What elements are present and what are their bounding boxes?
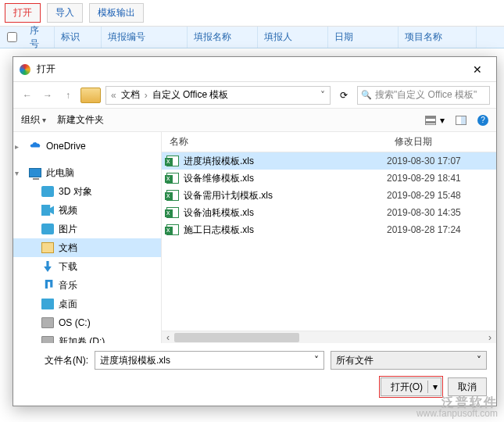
tree-node[interactable]: ▾此电脑 <box>13 163 161 182</box>
file-date: 2019-08-29 15:48 <box>387 190 496 201</box>
tree-label: 音乐 <box>59 279 77 292</box>
file-col-date[interactable]: 修改日期 <box>387 135 496 148</box>
tree-node[interactable]: ▸OneDrive <box>13 137 161 156</box>
ti-vid-icon <box>41 205 54 216</box>
organize-button[interactable]: 组织 <box>21 113 46 127</box>
filename-input[interactable]: 进度填报模板.xls ˅ <box>95 351 324 370</box>
tree-label: 下载 <box>59 260 77 274</box>
tree-label: OneDrive <box>46 141 86 152</box>
nav-back-icon[interactable]: ← <box>20 88 35 103</box>
refresh-icon[interactable]: ⟳ <box>335 87 352 104</box>
tree-node[interactable]: 下载 <box>13 257 161 276</box>
file-date: 2019-08-30 17:07 <box>387 156 496 166</box>
tree-node[interactable]: 音乐 <box>13 276 161 295</box>
tree-node[interactable]: 3D 对象 <box>13 182 161 201</box>
open-button-label: 打开(O) <box>391 381 423 394</box>
list-view-icon <box>425 116 436 125</box>
filename-label: 文件名(N): <box>23 354 88 367</box>
ti-drv-icon <box>41 317 54 328</box>
template-output-button[interactable]: 模板输出 <box>89 3 144 23</box>
chevron-right-icon: › <box>145 90 148 101</box>
search-placeholder: 搜索"自定义 Office 模板" <box>375 88 477 102</box>
cancel-button[interactable]: 取消 <box>448 377 487 396</box>
breadcrumb-item[interactable]: 自定义 Office 模板 <box>152 88 229 102</box>
expand-icon[interactable]: ▾ <box>15 169 24 177</box>
tree-label: 3D 对象 <box>59 185 92 198</box>
ti-desk-icon <box>41 299 54 309</box>
new-folder-button[interactable]: 新建文件夹 <box>57 113 104 127</box>
breadcrumb[interactable]: « 文档 › 自定义 Office 模板 ˅ <box>105 86 331 105</box>
tree-node[interactable]: OS (C:) <box>13 313 161 332</box>
tree-label: 此电脑 <box>46 166 74 180</box>
xls-icon <box>166 190 179 201</box>
file-row[interactable]: 设备需用计划模板.xls2019-08-29 15:48 <box>162 187 496 204</box>
scroll-left-icon[interactable]: ‹ <box>162 332 174 343</box>
file-name: 设备维修模板.xls <box>184 172 387 185</box>
ti-cloud-icon <box>29 141 41 152</box>
tree-node[interactable]: 文档 <box>13 238 161 257</box>
grid-header: 序号 标识 填报编号 填报名称 填报人 日期 项目名称 <box>0 27 504 48</box>
open-file-button[interactable]: 打开(O) ▾ <box>381 377 441 396</box>
file-name: 设备油耗模板.xls <box>184 206 387 220</box>
tree-node[interactable]: 新加卷 (D:) <box>13 332 161 343</box>
file-col-name[interactable]: 名称 <box>162 135 387 148</box>
tree-label: 文档 <box>59 241 77 255</box>
tree-label: 新加卷 (D:) <box>59 335 105 344</box>
select-all-checkbox[interactable] <box>7 32 17 42</box>
xls-icon <box>166 156 179 166</box>
col-flag[interactable]: 标识 <box>55 27 102 48</box>
nav-fwd-icon[interactable]: → <box>40 88 55 103</box>
col-person[interactable]: 填报人 <box>258 27 328 48</box>
search-icon: 🔍 <box>361 90 372 100</box>
col-seq[interactable]: 序号 <box>23 27 55 48</box>
nav-up-icon[interactable]: ↑ <box>60 88 76 103</box>
col-project[interactable]: 项目名称 <box>399 27 477 48</box>
chevron-down-icon[interactable]: ˅ <box>477 355 481 366</box>
horizontal-scrollbar[interactable]: ‹ › <box>162 331 496 343</box>
split-chevron-icon[interactable]: ▾ <box>433 381 438 392</box>
xls-icon <box>166 207 179 218</box>
ti-drv-icon <box>41 336 54 343</box>
view-mode-button[interactable]: ▾ <box>425 115 445 126</box>
ti-3d-icon <box>41 186 54 197</box>
tree-label: 图片 <box>59 223 77 236</box>
file-date: 2019-08-28 17:24 <box>387 224 496 235</box>
file-filter-select[interactable]: 所有文件 ˅ <box>331 351 487 370</box>
import-button[interactable]: 导入 <box>47 3 83 23</box>
tree-label: OS (C:) <box>59 317 91 328</box>
xls-icon <box>166 173 179 184</box>
search-input[interactable]: 🔍 搜索"自定义 Office 模板" <box>357 86 490 105</box>
file-list: 进度填报模板.xls2019-08-30 17:07设备维修模板.xls2019… <box>162 152 496 238</box>
expand-icon[interactable]: ▸ <box>15 142 24 151</box>
tree-node[interactable]: 视频 <box>13 201 161 220</box>
ti-img-icon <box>41 224 54 234</box>
tree-node[interactable]: 桌面 <box>13 295 161 313</box>
breadcrumb-item[interactable]: 文档 <box>121 88 140 102</box>
filter-value: 所有文件 <box>336 354 374 367</box>
col-name[interactable]: 填报名称 <box>188 27 258 48</box>
folder-icon <box>80 88 101 103</box>
col-date[interactable]: 日期 <box>328 27 399 48</box>
help-icon[interactable]: ? <box>477 115 488 126</box>
scroll-right-icon[interactable]: › <box>484 332 496 343</box>
file-row[interactable]: 施工日志模板.xls2019-08-28 17:24 <box>162 221 496 238</box>
file-row[interactable]: 进度填报模板.xls2019-08-30 17:07 <box>162 152 496 170</box>
breadcrumb-dropdown-icon[interactable]: ˅ <box>320 90 325 101</box>
preview-pane-button[interactable] <box>456 115 466 126</box>
scroll-thumb[interactable] <box>174 333 299 342</box>
ti-doc-icon <box>41 242 54 253</box>
app-logo-icon <box>20 64 30 75</box>
file-row[interactable]: 设备维修模板.xls2019-08-29 18:41 <box>162 170 496 187</box>
open-button[interactable]: 打开 <box>5 3 41 23</box>
file-name: 设备需用计划模板.xls <box>184 189 387 202</box>
col-number[interactable]: 填报编号 <box>102 27 188 48</box>
chevron-down-icon[interactable]: ˅ <box>314 355 319 366</box>
close-icon[interactable]: ✕ <box>465 63 490 76</box>
tree-node[interactable]: 图片 <box>13 220 161 238</box>
preview-icon <box>456 116 466 125</box>
file-date: 2019-08-29 18:41 <box>387 173 496 184</box>
ti-pc-icon <box>29 168 41 177</box>
chevron-left-icon: « <box>111 90 116 101</box>
file-row[interactable]: 设备油耗模板.xls2019-08-30 14:35 <box>162 204 496 221</box>
open-dialog: 打开 ✕ ← → ↑ « 文档 › 自定义 Office 模板 ˅ ⟳ 🔍 搜索… <box>13 56 497 406</box>
